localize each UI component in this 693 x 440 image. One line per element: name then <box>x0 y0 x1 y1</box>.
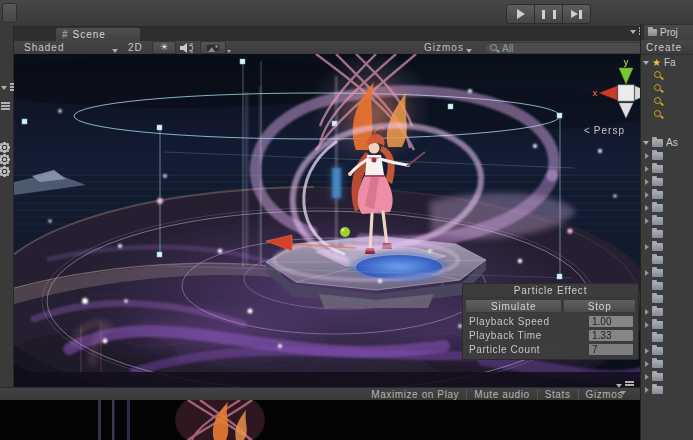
axis-y-label: y <box>623 57 628 67</box>
favorites-search-item[interactable] <box>641 69 693 82</box>
asset-folder-row[interactable] <box>641 266 693 279</box>
asset-folder-row[interactable] <box>641 162 693 175</box>
folder-icon <box>652 347 663 355</box>
search-icon <box>490 44 499 53</box>
folder-icon <box>652 321 663 329</box>
favorites-list <box>641 69 693 121</box>
project-tree: ★ Fa As <box>641 56 693 440</box>
project-tab-bar: Proj <box>641 24 693 40</box>
project-tab-folder-icon <box>648 29 657 36</box>
asset-folder-row[interactable] <box>641 331 693 344</box>
asset-folder-row[interactable] <box>641 227 693 240</box>
folder-icon <box>652 204 663 212</box>
assets-folder-icon <box>652 139 663 147</box>
asset-folder-row[interactable] <box>641 279 693 292</box>
pause-icon <box>542 10 556 19</box>
left-pane-list-icon[interactable] <box>1 102 10 104</box>
step-button[interactable] <box>563 4 591 24</box>
asset-folder-row[interactable] <box>641 149 693 162</box>
folder-icon <box>652 178 663 186</box>
particle-count-field[interactable]: 7 <box>589 344 633 355</box>
tab-scene[interactable]: # Scene <box>55 27 141 41</box>
asset-folder-row[interactable] <box>641 344 693 357</box>
expand-icon <box>645 348 649 354</box>
game-gizmos-dropdown-arrow[interactable] <box>614 391 626 395</box>
render-mode-dropdown[interactable]: Shaded <box>24 41 64 53</box>
create-button[interactable]: Create <box>641 40 693 55</box>
expand-icon <box>645 218 649 224</box>
simulate-button[interactable]: Simulate <box>465 299 562 313</box>
image-icon <box>206 44 220 52</box>
play-button[interactable] <box>506 4 535 24</box>
asset-folder-row[interactable] <box>641 188 693 201</box>
audio-toggle-button[interactable] <box>180 42 193 54</box>
game-toolbar-item[interactable]: Stats <box>537 389 578 400</box>
expand-icon <box>645 270 649 276</box>
asset-folder-row[interactable] <box>641 214 693 227</box>
folder-icon <box>652 282 663 290</box>
play-icon <box>517 9 525 19</box>
particle-effect-panel: Particle Effect Simulate Stop Playback S… <box>462 283 639 360</box>
search-filter-icon <box>654 110 663 119</box>
toolbar-stub-button[interactable] <box>2 3 17 23</box>
asset-folder-row[interactable] <box>641 240 693 253</box>
game-viewport[interactable] <box>0 400 640 440</box>
asset-folder-row[interactable] <box>641 253 693 266</box>
scene-search-input[interactable]: All <box>484 42 643 54</box>
assets-header[interactable]: As <box>641 136 693 149</box>
scene-tab-label: Scene <box>73 29 106 40</box>
game-toolbar-item[interactable]: Maximize on Play <box>364 389 466 400</box>
particle-system-icon[interactable] <box>3 146 6 149</box>
effects-toggle-button[interactable] <box>200 41 226 54</box>
favorites-search-item[interactable] <box>641 82 693 95</box>
game-toolbar-item[interactable]: Mute audio <box>466 389 536 400</box>
expand-icon <box>645 166 649 172</box>
playback-speed-label: Playback Speed <box>469 316 550 327</box>
speaker-icon <box>180 43 193 53</box>
favorites-header[interactable]: ★ Fa <box>641 56 693 69</box>
folder-icon <box>652 386 663 394</box>
persp-label: Persp <box>594 125 625 136</box>
perspective-toggle[interactable]: < Persp <box>584 125 625 136</box>
asset-folder-row[interactable] <box>641 370 693 383</box>
playback-time-field[interactable]: 1.33 <box>589 330 633 341</box>
game-render <box>0 400 640 440</box>
folder-icon <box>652 217 663 225</box>
gizmos-dropdown[interactable]: Gizmos <box>424 41 464 53</box>
unity-editor-window: # Scene Shaded 2D ☀ Gizmos <box>0 0 693 440</box>
expand-icon <box>645 374 649 380</box>
asset-folder-row[interactable] <box>641 357 693 370</box>
tab-project[interactable]: Proj <box>644 25 693 40</box>
asset-folder-row[interactable] <box>641 305 693 318</box>
folder-icon <box>652 165 663 173</box>
folder-icon <box>652 295 663 303</box>
expand-icon <box>645 192 649 198</box>
stop-button[interactable]: Stop <box>563 299 636 313</box>
particle-system-icon[interactable] <box>3 170 6 173</box>
toggle-2d-button[interactable]: 2D <box>128 41 143 53</box>
playback-speed-field[interactable]: 1.00 <box>589 316 633 327</box>
asset-folder-row[interactable] <box>641 292 693 305</box>
favorites-search-item[interactable] <box>641 95 693 108</box>
folder-icon <box>652 256 663 264</box>
asset-folder-row[interactable] <box>641 383 693 396</box>
particle-count-label: Particle Count <box>469 344 540 355</box>
asset-folder-row[interactable] <box>641 318 693 331</box>
particle-effect-title: Particle Effect <box>463 284 638 298</box>
expand-icon <box>645 387 649 393</box>
assets-label: As <box>666 137 678 148</box>
pause-button[interactable] <box>535 4 563 24</box>
asset-folder-row[interactable] <box>641 201 693 214</box>
particle-system-icon[interactable] <box>3 158 6 161</box>
lighting-toggle-button[interactable]: ☀ <box>152 41 176 54</box>
expand-icon <box>645 205 649 211</box>
search-filter-icon <box>654 71 663 80</box>
scene-toolbar: Shaded 2D ☀ Gizmos All <box>14 41 640 55</box>
expand-icon <box>645 153 649 159</box>
asset-folder-row[interactable] <box>641 175 693 188</box>
axis-x-label: x <box>592 88 597 98</box>
left-panel-edge <box>0 26 14 387</box>
favorites-search-item[interactable] <box>641 108 693 121</box>
step-icon <box>571 10 582 19</box>
expand-icon <box>645 361 649 367</box>
